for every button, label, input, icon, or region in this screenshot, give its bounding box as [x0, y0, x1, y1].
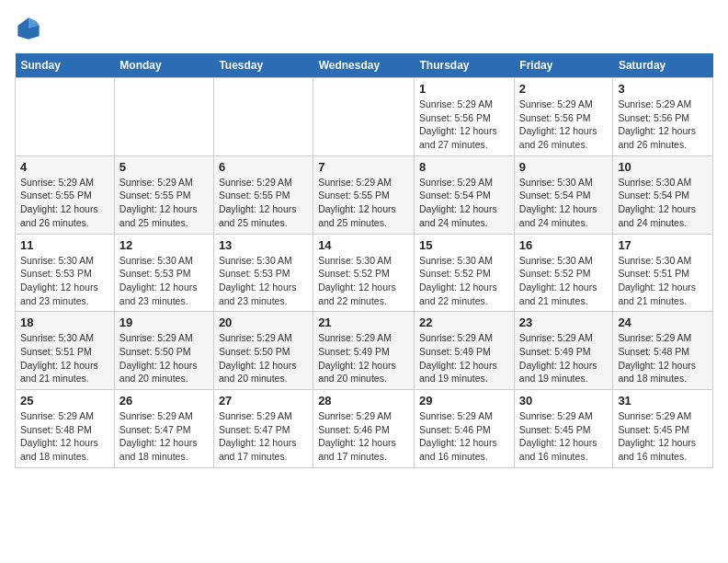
calendar-cell: 13Sunrise: 5:30 AM Sunset: 5:53 PM Dayli…	[213, 234, 313, 312]
day-number: 22	[419, 316, 509, 329]
calendar-cell: 3Sunrise: 5:29 AM Sunset: 5:56 PM Daylig…	[613, 78, 713, 156]
day-number: 3	[618, 82, 708, 96]
calendar-cell	[313, 78, 415, 156]
day-number: 12	[119, 238, 209, 252]
day-content: Sunrise: 5:30 AM Sunset: 5:53 PM Dayligh…	[219, 254, 308, 308]
calendar-cell: 21Sunrise: 5:29 AM Sunset: 5:49 PM Dayli…	[313, 312, 415, 390]
day-number: 11	[20, 238, 109, 252]
day-number: 27	[219, 394, 308, 408]
weekday-header-monday: Monday	[114, 53, 213, 78]
day-number: 4	[20, 160, 109, 174]
calendar-cell: 28Sunrise: 5:29 AM Sunset: 5:46 PM Dayli…	[313, 390, 415, 468]
calendar-cell: 4Sunrise: 5:29 AM Sunset: 5:55 PM Daylig…	[16, 155, 115, 234]
calendar-cell: 2Sunrise: 5:29 AM Sunset: 5:56 PM Daylig…	[514, 78, 613, 156]
calendar-week-row: 4Sunrise: 5:29 AM Sunset: 5:55 PM Daylig…	[16, 155, 713, 234]
calendar-cell: 10Sunrise: 5:30 AM Sunset: 5:54 PM Dayli…	[613, 155, 713, 234]
calendar-body: 1Sunrise: 5:29 AM Sunset: 5:56 PM Daylig…	[16, 78, 713, 468]
day-content: Sunrise: 5:29 AM Sunset: 5:50 PM Dayligh…	[219, 331, 308, 385]
weekday-header-row: SundayMondayTuesdayWednesdayThursdayFrid…	[16, 53, 713, 78]
day-content: Sunrise: 5:29 AM Sunset: 5:49 PM Dayligh…	[519, 331, 609, 385]
day-content: Sunrise: 5:30 AM Sunset: 5:52 PM Dayligh…	[519, 254, 609, 308]
day-number: 6	[219, 160, 308, 174]
calendar-cell: 17Sunrise: 5:30 AM Sunset: 5:51 PM Dayli…	[613, 234, 713, 312]
weekday-header-tuesday: Tuesday	[213, 53, 313, 78]
day-content: Sunrise: 5:29 AM Sunset: 5:48 PM Dayligh…	[618, 331, 708, 385]
page-header	[15, 15, 713, 42]
day-number: 9	[519, 160, 609, 174]
day-content: Sunrise: 5:30 AM Sunset: 5:51 PM Dayligh…	[20, 331, 109, 385]
calendar-cell: 31Sunrise: 5:29 AM Sunset: 5:45 PM Dayli…	[613, 390, 713, 468]
calendar-cell: 11Sunrise: 5:30 AM Sunset: 5:53 PM Dayli…	[16, 234, 115, 312]
calendar-cell: 24Sunrise: 5:29 AM Sunset: 5:48 PM Dayli…	[613, 312, 713, 390]
day-content: Sunrise: 5:29 AM Sunset: 5:56 PM Dayligh…	[618, 98, 708, 152]
calendar-cell: 26Sunrise: 5:29 AM Sunset: 5:47 PM Dayli…	[114, 390, 213, 468]
day-number: 30	[519, 394, 609, 408]
day-content: Sunrise: 5:29 AM Sunset: 5:49 PM Dayligh…	[419, 331, 509, 385]
calendar-cell: 22Sunrise: 5:29 AM Sunset: 5:49 PM Dayli…	[415, 312, 515, 390]
calendar-cell	[213, 78, 313, 156]
calendar-cell: 20Sunrise: 5:29 AM Sunset: 5:50 PM Dayli…	[213, 312, 313, 390]
day-number: 21	[318, 316, 409, 329]
day-content: Sunrise: 5:29 AM Sunset: 5:55 PM Dayligh…	[20, 176, 109, 230]
day-content: Sunrise: 5:30 AM Sunset: 5:53 PM Dayligh…	[20, 254, 109, 308]
day-number: 26	[119, 394, 209, 408]
day-number: 29	[419, 394, 509, 408]
calendar-cell: 5Sunrise: 5:29 AM Sunset: 5:55 PM Daylig…	[114, 155, 213, 234]
calendar-header: SundayMondayTuesdayWednesdayThursdayFrid…	[16, 53, 713, 78]
day-content: Sunrise: 5:29 AM Sunset: 5:45 PM Dayligh…	[519, 409, 609, 464]
calendar-cell: 29Sunrise: 5:29 AM Sunset: 5:46 PM Dayli…	[415, 390, 515, 468]
day-number: 24	[618, 316, 708, 329]
day-number: 10	[618, 160, 708, 174]
day-number: 13	[219, 238, 308, 252]
day-content: Sunrise: 5:29 AM Sunset: 5:47 PM Dayligh…	[119, 409, 209, 464]
day-number: 31	[618, 394, 708, 408]
calendar-cell: 18Sunrise: 5:30 AM Sunset: 5:51 PM Dayli…	[16, 312, 115, 390]
day-content: Sunrise: 5:29 AM Sunset: 5:56 PM Dayligh…	[519, 98, 609, 152]
calendar-cell: 25Sunrise: 5:29 AM Sunset: 5:48 PM Dayli…	[16, 390, 115, 468]
calendar-cell	[16, 78, 115, 156]
day-content: Sunrise: 5:30 AM Sunset: 5:51 PM Dayligh…	[618, 254, 708, 308]
calendar-cell: 6Sunrise: 5:29 AM Sunset: 5:55 PM Daylig…	[213, 155, 313, 234]
day-number: 25	[20, 394, 109, 408]
day-content: Sunrise: 5:29 AM Sunset: 5:49 PM Dayligh…	[318, 331, 409, 385]
day-number: 18	[20, 316, 109, 329]
weekday-header-saturday: Saturday	[613, 53, 713, 78]
weekday-header-wednesday: Wednesday	[313, 53, 415, 78]
calendar-cell: 23Sunrise: 5:29 AM Sunset: 5:49 PM Dayli…	[514, 312, 613, 390]
logo	[15, 15, 46, 42]
day-number: 15	[419, 238, 509, 252]
day-content: Sunrise: 5:29 AM Sunset: 5:55 PM Dayligh…	[318, 176, 409, 230]
day-number: 17	[618, 238, 708, 252]
day-content: Sunrise: 5:29 AM Sunset: 5:55 PM Dayligh…	[219, 176, 308, 230]
day-number: 16	[519, 238, 609, 252]
day-number: 7	[318, 160, 409, 174]
calendar-cell	[114, 78, 213, 156]
calendar-week-row: 1Sunrise: 5:29 AM Sunset: 5:56 PM Daylig…	[16, 78, 713, 156]
logo-icon	[15, 15, 42, 42]
day-number: 14	[318, 238, 409, 252]
day-content: Sunrise: 5:29 AM Sunset: 5:46 PM Dayligh…	[318, 409, 409, 464]
day-content: Sunrise: 5:29 AM Sunset: 5:47 PM Dayligh…	[219, 409, 308, 464]
calendar-cell: 15Sunrise: 5:30 AM Sunset: 5:52 PM Dayli…	[415, 234, 515, 312]
calendar-cell: 9Sunrise: 5:30 AM Sunset: 5:54 PM Daylig…	[514, 155, 613, 234]
day-number: 1	[419, 82, 509, 96]
day-content: Sunrise: 5:29 AM Sunset: 5:56 PM Dayligh…	[419, 98, 509, 152]
calendar-cell: 19Sunrise: 5:29 AM Sunset: 5:50 PM Dayli…	[114, 312, 213, 390]
calendar-cell: 14Sunrise: 5:30 AM Sunset: 5:52 PM Dayli…	[313, 234, 415, 312]
calendar-cell: 7Sunrise: 5:29 AM Sunset: 5:55 PM Daylig…	[313, 155, 415, 234]
day-content: Sunrise: 5:29 AM Sunset: 5:48 PM Dayligh…	[20, 409, 109, 464]
day-content: Sunrise: 5:30 AM Sunset: 5:53 PM Dayligh…	[119, 254, 209, 308]
calendar-cell: 30Sunrise: 5:29 AM Sunset: 5:45 PM Dayli…	[514, 390, 613, 468]
day-number: 20	[219, 316, 308, 329]
calendar-cell: 1Sunrise: 5:29 AM Sunset: 5:56 PM Daylig…	[415, 78, 515, 156]
day-number: 2	[519, 82, 609, 96]
day-content: Sunrise: 5:30 AM Sunset: 5:52 PM Dayligh…	[318, 254, 409, 308]
day-content: Sunrise: 5:29 AM Sunset: 5:50 PM Dayligh…	[119, 331, 209, 385]
calendar-cell: 8Sunrise: 5:29 AM Sunset: 5:54 PM Daylig…	[415, 155, 515, 234]
day-content: Sunrise: 5:30 AM Sunset: 5:54 PM Dayligh…	[618, 176, 708, 230]
day-content: Sunrise: 5:29 AM Sunset: 5:55 PM Dayligh…	[119, 176, 209, 230]
weekday-header-friday: Friday	[514, 53, 613, 78]
calendar-week-row: 25Sunrise: 5:29 AM Sunset: 5:48 PM Dayli…	[16, 390, 713, 468]
day-number: 23	[519, 316, 609, 329]
day-number: 19	[119, 316, 209, 329]
